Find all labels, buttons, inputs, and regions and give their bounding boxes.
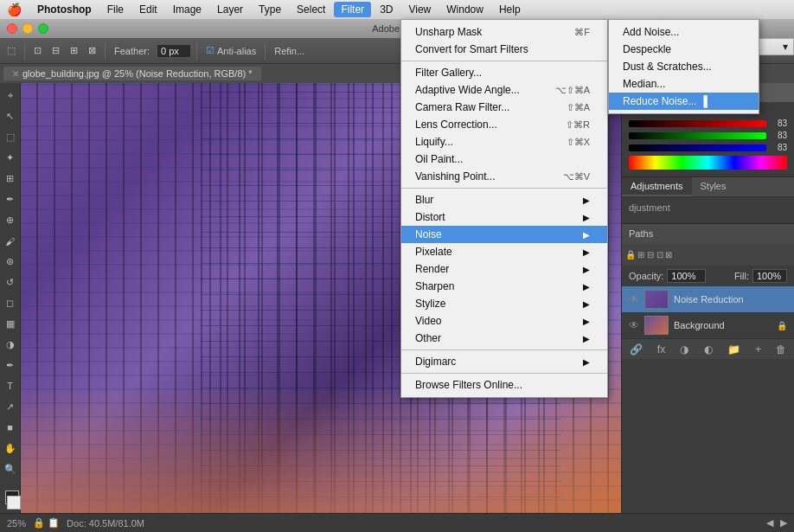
filter-noise[interactable]: Noise ▶	[401, 226, 607, 243]
filter-liquify[interactable]: Liquify... ⇧⌘X	[401, 133, 607, 151]
document-tab[interactable]: ✕ globe_building.jpg @ 25% (Noise Reduct…	[3, 67, 261, 80]
menu-layer[interactable]: Layer	[210, 2, 250, 17]
move-tool[interactable]: ↖	[1, 107, 20, 126]
feather-input[interactable]	[157, 44, 191, 58]
add-layer-button[interactable]: +	[755, 343, 761, 356]
noise-median[interactable]: Median...	[609, 75, 759, 93]
tool-icon-1[interactable]: ⬚	[3, 43, 19, 58]
brush-tool[interactable]: 🖌	[1, 232, 20, 251]
hand-tool[interactable]: ✋	[1, 439, 20, 458]
tools-panel: ⌖ ↖ ⬚ ✦ ⊞ ✒ ⊕ 🖌 ⊛ ↺ ◻ ▦ ◑ ✒ T ↗ ■ ✋ 🔍	[0, 83, 21, 513]
tool-icon-2[interactable]: ⊡	[30, 43, 45, 58]
clone-tool[interactable]: ⊛	[1, 253, 20, 272]
noise-despeckle[interactable]: Despeckle	[609, 41, 759, 58]
filter-vanishing-point[interactable]: Vanishing Point... ⌥⌘V	[401, 168, 607, 185]
add-style-button[interactable]: fx	[657, 343, 665, 356]
apple-logo[interactable]: 🍎	[7, 3, 22, 16]
refine-label[interactable]: Refin...	[271, 44, 308, 58]
menu-file[interactable]: File	[100, 2, 131, 17]
add-group-button[interactable]: 📁	[727, 343, 740, 356]
filter-gallery[interactable]: Filter Gallery...	[401, 64, 607, 81]
nav-arrow-left[interactable]: ◀	[766, 517, 773, 529]
noise-dust-scratches[interactable]: Dust & Scratches...	[609, 58, 759, 75]
menu-image[interactable]: Image	[166, 2, 208, 17]
filter-smart-filters[interactable]: Convert for Smart Filters	[401, 41, 607, 58]
crop-tool[interactable]: ⊞	[1, 170, 20, 189]
layer-bg-visibility-icon[interactable]: 👁	[629, 319, 639, 331]
layer-options[interactable]: ⊞ ⊟ ⊡ ⊠	[637, 250, 672, 260]
pen-tool[interactable]: ✒	[1, 356, 20, 375]
link-layers-button[interactable]: 🔗	[630, 343, 643, 356]
filter-lens-correction[interactable]: Lens Correction... ⇧⌘R	[401, 116, 607, 133]
minimize-button[interactable]	[22, 23, 33, 34]
menu-3d[interactable]: 3D	[373, 2, 400, 17]
filter-browse-online[interactable]: Browse Filters Online...	[401, 376, 607, 394]
layer-background[interactable]: 👁 Background 🔒	[622, 312, 794, 338]
filter-pixelate[interactable]: Pixelate ▶	[401, 243, 607, 260]
filter-render[interactable]: Render ▶	[401, 260, 607, 278]
filter-oil-paint[interactable]: Oil Paint...	[401, 151, 607, 168]
green-slider[interactable]	[629, 132, 766, 139]
filter-distort[interactable]: Distort ▶	[401, 208, 607, 226]
close-button[interactable]	[7, 23, 17, 34]
healing-tool[interactable]: ⊕	[1, 211, 20, 230]
delete-layer-button[interactable]: 🗑	[776, 343, 786, 356]
filter-unsharp-mask[interactable]: Unsharp Mask ⌘F	[401, 23, 607, 41]
spectrum-bar[interactable]	[629, 156, 787, 170]
quick-select-tool[interactable]: ✦	[1, 149, 20, 168]
menu-photoshop[interactable]: Photoshop	[30, 2, 99, 17]
filter-pixelate-label: Pixelate	[415, 246, 452, 258]
menu-filter[interactable]: Filter	[334, 2, 371, 17]
anti-alias-checkbox[interactable]: ☑ Anti-alias	[202, 43, 259, 58]
noise-add[interactable]: Add Noise...	[609, 23, 759, 41]
filter-camera-shortcut: ⇧⌘A	[567, 102, 590, 113]
fill-input[interactable]	[752, 269, 787, 283]
filter-other[interactable]: Other ▶	[401, 330, 607, 347]
filter-distort-label: Distort	[415, 211, 445, 223]
eraser-tool[interactable]: ◻	[1, 294, 20, 313]
tab-close-icon[interactable]: ✕	[12, 69, 19, 79]
add-mask-button[interactable]: ◑	[680, 343, 688, 356]
tool-icon-5[interactable]: ⊠	[85, 43, 99, 58]
menu-view[interactable]: View	[401, 2, 438, 17]
feather-label: Feather:	[111, 44, 153, 58]
layer-noise-label: Noise Reduction	[674, 294, 744, 304]
filter-blur[interactable]: Blur ▶	[401, 191, 607, 208]
layer-visibility-icon[interactable]: 👁	[629, 293, 639, 305]
background-color[interactable]	[7, 496, 21, 510]
dodge-tool[interactable]: ◑	[1, 335, 20, 354]
layer-noise-reduction[interactable]: 👁 Noise Reduction	[622, 286, 794, 312]
filter-digimarc[interactable]: Digimarc ▶	[401, 353, 607, 370]
tab-styles[interactable]: Styles	[692, 177, 735, 196]
zoom-tool[interactable]: 🔍	[1, 459, 20, 478]
menu-window[interactable]: Window	[439, 2, 490, 17]
menu-help[interactable]: Help	[492, 2, 528, 17]
maximize-button[interactable]	[38, 23, 48, 34]
add-adjustment-button[interactable]: ◐	[704, 343, 713, 356]
nav-arrow-right[interactable]: ▶	[780, 517, 787, 529]
filter-stylize[interactable]: Stylize ▶	[401, 295, 607, 312]
gradient-tool[interactable]: ▦	[1, 314, 20, 333]
video-arrow-icon: ▶	[583, 317, 590, 326]
tab-adjustments[interactable]: Adjustments	[622, 177, 692, 196]
path-selection-tool[interactable]: ↗	[1, 397, 20, 416]
opacity-input[interactable]	[667, 269, 706, 283]
tool-icon-3[interactable]: ⊟	[48, 43, 63, 58]
menu-edit[interactable]: Edit	[132, 2, 164, 17]
history-tool[interactable]: ↺	[1, 273, 20, 292]
tool-icon-4[interactable]: ⊞	[67, 43, 81, 58]
noise-reduce[interactable]: Reduce Noise... ▌	[609, 93, 759, 110]
marquee-tool[interactable]: ⬚	[1, 128, 20, 147]
menu-select[interactable]: Select	[290, 2, 332, 17]
filter-video[interactable]: Video ▶	[401, 312, 607, 330]
lasso-tool[interactable]: ⌖	[1, 87, 20, 106]
blue-slider[interactable]	[629, 144, 766, 151]
text-tool[interactable]: T	[1, 376, 20, 395]
filter-sharpen[interactable]: Sharpen ▶	[401, 278, 607, 295]
eyedropper-tool[interactable]: ✒	[1, 190, 20, 209]
red-slider[interactable]	[629, 120, 766, 127]
filter-adaptive-wide[interactable]: Adaptive Wide Angle... ⌥⇧⌘A	[401, 81, 607, 99]
shape-tool[interactable]: ■	[1, 418, 20, 437]
filter-camera-raw[interactable]: Camera Raw Filter... ⇧⌘A	[401, 99, 607, 116]
menu-type[interactable]: Type	[252, 2, 288, 17]
